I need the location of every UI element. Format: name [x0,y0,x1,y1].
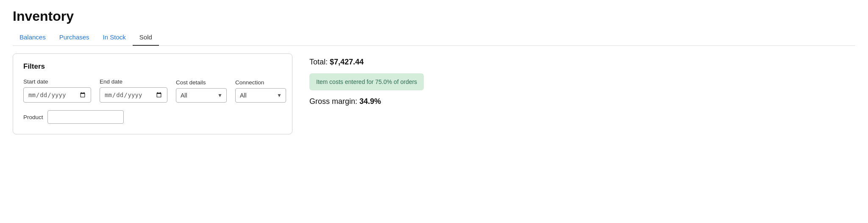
filter-group-start-date: Start date [23,78,91,103]
tab-balances[interactable]: Balances [13,30,53,46]
main-content: Filters Start date End date Cost details… [13,53,855,134]
tab-sold[interactable]: Sold [133,30,159,46]
product-row: Product [23,110,282,124]
info-box: Item costs entered for 75.0% of orders [309,73,424,90]
start-date-label: Start date [23,78,91,85]
filter-group-end-date: End date [100,78,167,103]
side-panel: Total: $7,427.44 Item costs entered for … [309,53,424,106]
total-label: Total: [309,58,328,66]
cost-details-select-wrapper: All ▼ [176,88,227,103]
connection-label: Connection [235,79,286,86]
total-line: Total: $7,427.44 [309,58,424,67]
gross-margin-line: Gross margin: 34.9% [309,97,424,106]
connection-select[interactable]: All [235,88,286,103]
filters-row-dates: Start date End date Cost details All ▼ C… [23,78,282,103]
page-title: Inventory [13,8,855,24]
product-label: Product [23,114,43,120]
tab-purchases[interactable]: Purchases [53,30,96,46]
filters-card: Filters Start date End date Cost details… [13,53,292,134]
gross-margin-value: 34.9% [359,97,381,106]
start-date-input[interactable] [23,87,91,103]
cost-details-select[interactable]: All [176,88,227,103]
cost-details-label: Cost details [176,79,227,86]
tabs-bar: Balances Purchases In Stock Sold [13,30,855,46]
filter-group-connection: Connection All ▼ [235,79,286,103]
end-date-label: End date [100,78,167,85]
product-input[interactable] [47,110,124,124]
filter-group-cost-details: Cost details All ▼ [176,79,227,103]
end-date-input[interactable] [100,87,167,103]
total-value: $7,427.44 [330,58,364,66]
gross-margin-label: Gross margin: [309,97,357,106]
tab-in-stock[interactable]: In Stock [96,30,133,46]
connection-select-wrapper: All ▼ [235,88,286,103]
filters-title: Filters [23,62,282,71]
